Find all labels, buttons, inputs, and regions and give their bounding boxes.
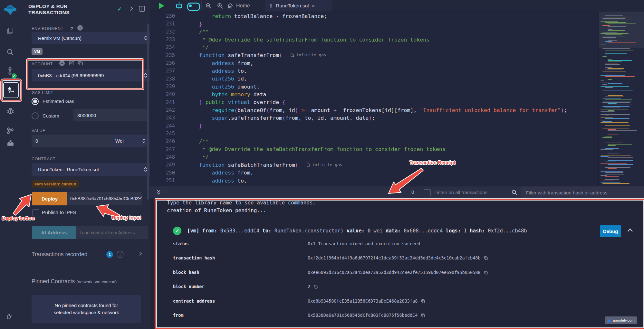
receipt-row-label: transaction hash (173, 255, 215, 260)
plugin-manager-icon[interactable] (6, 126, 15, 135)
listen-all-checkbox[interactable] (424, 189, 431, 196)
environment-select[interactable]: Remix VM (Cancun) (32, 32, 151, 44)
minimap-line (605, 97, 624, 97)
environment-info-icon[interactable]: i (77, 25, 83, 31)
minimap[interactable] (598, 12, 644, 186)
remix-logo-icon[interactable] (3, 3, 17, 17)
receipt-row-label: block hash (173, 270, 199, 275)
editor-toolbar: Home RuneToken.sol × (150, 0, 644, 12)
compile-success-badge: ✓ (12, 73, 17, 79)
line-number: 242 (150, 107, 175, 113)
terminal-search-icon[interactable] (511, 189, 517, 195)
search-icon[interactable] (6, 48, 15, 57)
transactions-expand-icon[interactable] (139, 251, 142, 256)
minimap-line (605, 108, 620, 108)
minimap-line (608, 60, 632, 61)
copy-icon[interactable] (313, 284, 318, 289)
at-address-input[interactable] (76, 226, 148, 239)
activity-bar: ✓ (0, 0, 21, 329)
minimap-line (605, 118, 630, 119)
add-account-icon[interactable]: + (59, 61, 65, 66)
value-input[interactable] (32, 135, 117, 147)
tab-runetoken[interactable]: RuneToken.sol × (265, 0, 332, 12)
panel-title: DEPLOY & RUN TRANSACTIONS (28, 3, 83, 15)
receipt-row-label: status (173, 241, 189, 246)
minimap-line (605, 64, 620, 65)
deploy-expand-icon[interactable] (137, 196, 142, 200)
minimap-line (605, 99, 632, 100)
deploy-input[interactable] (67, 192, 142, 205)
minimap-line (602, 25, 610, 26)
workspaces-icon[interactable] (6, 26, 15, 35)
minimap-line (601, 149, 613, 150)
minimap-line (601, 178, 605, 178)
debug-button[interactable]: Debug (600, 225, 621, 237)
minimap-line (602, 102, 630, 103)
minimap-line (608, 160, 633, 161)
line-number: 248 (150, 154, 175, 160)
terminal-expand-icon[interactable] (156, 190, 161, 195)
custom-gas-input[interactable] (73, 109, 148, 121)
at-address-button[interactable]: At Address (32, 226, 76, 239)
receipt-row-label: block number (173, 284, 205, 289)
code-lines[interactable]: 230 return totalBalance - frozenBalance;… (150, 12, 598, 186)
copy-icon[interactable] (484, 256, 488, 260)
edit-account-icon[interactable] (69, 61, 74, 66)
panel-layout-icon[interactable] (139, 6, 145, 12)
minimap-line (608, 164, 633, 165)
line-number: 240 (150, 91, 175, 97)
zoom-out-icon[interactable] (205, 3, 212, 9)
custom-gas-radio[interactable] (32, 112, 39, 119)
tx-summary-line[interactable]: [vm] from: 0x5B3...eddC4 to: RuneToken.(… (187, 228, 527, 234)
estimated-gas-radio[interactable] (32, 98, 39, 105)
receipt-row-value: 2 (308, 284, 318, 289)
watermark: annotely.com (605, 316, 637, 324)
collapse-receipt-icon[interactable] (627, 228, 633, 232)
line-number: 245 (150, 131, 175, 136)
minimap-line (601, 156, 609, 157)
line-number: 231 (150, 21, 175, 27)
tab-close-icon[interactable]: × (312, 3, 315, 9)
pinned-empty-box: No pinned contracts found for selected w… (32, 295, 141, 323)
minimap-line (608, 83, 622, 84)
run-script-icon[interactable] (159, 3, 164, 9)
debugger-icon[interactable] (6, 106, 15, 115)
transaction-receipt-annotation: Transaction Receipt (409, 160, 456, 165)
minimap-line (608, 42, 636, 43)
contract-select[interactable]: RuneToken - RuneToken.sol (32, 163, 151, 176)
deploy-input-annotation: Deploy Input (112, 215, 141, 220)
toolbar-divider (170, 1, 170, 10)
learn-icon[interactable] (6, 139, 15, 148)
copy-icon[interactable] (421, 313, 425, 317)
minimap-line (602, 90, 633, 90)
zoom-in-icon[interactable] (217, 3, 223, 9)
minimap-line (608, 26, 626, 27)
copy-icon[interactable] (421, 299, 425, 303)
tab-home[interactable]: Home (227, 0, 250, 12)
minimap-line (605, 76, 635, 77)
plug-icon[interactable] (70, 25, 74, 30)
deploy-run-tab-icon[interactable] (3, 82, 19, 98)
transactions-info-icon[interactable]: i (117, 251, 123, 258)
terminal-log-line: creation of RuneToken pending... (167, 207, 266, 213)
panel-forward-icon[interactable] (129, 6, 134, 11)
minimap-line (605, 70, 622, 70)
minimap-line (602, 183, 630, 184)
terminal-filter-input[interactable] (521, 186, 644, 199)
ai-assistant-icon[interactable] (175, 2, 183, 10)
minimap-line (605, 63, 618, 63)
line-number: 244 (150, 123, 175, 129)
minimap-line (605, 170, 629, 170)
home-tab-label: Home (236, 3, 250, 9)
panel-scrollbar[interactable] (147, 24, 149, 200)
deploy-button[interactable]: Deploy (32, 192, 67, 205)
line-number: 249 (150, 162, 175, 168)
terminal-bar: 0 Listen on all transactions (150, 186, 644, 199)
toolbar-divider (201, 1, 202, 10)
copy-icon[interactable] (484, 270, 488, 275)
account-select[interactable]: 0x5B3...eddC4 (99.999999999 (32, 69, 151, 81)
copy-account-icon[interactable] (78, 61, 83, 66)
plugin-connect-icon[interactable] (5, 312, 14, 321)
ai-toggle-icon[interactable] (187, 3, 200, 11)
value-unit-select[interactable]: Wei (111, 135, 149, 147)
